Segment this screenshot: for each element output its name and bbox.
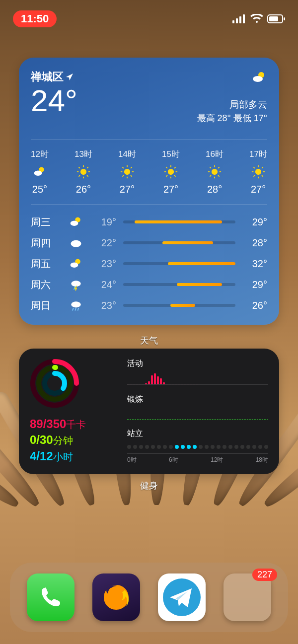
status-bar: 11:50 — [0, 8, 298, 30]
svg-rect-0 — [232, 20, 234, 23]
day-row: 周五 23° 32° — [31, 253, 267, 274]
svg-line-63 — [73, 308, 74, 310]
phone-handset-icon — [37, 584, 64, 611]
firefox-app-icon[interactable] — [92, 573, 140, 621]
hour-col: 13时 26° — [74, 148, 92, 195]
svg-line-45 — [218, 167, 220, 168]
svg-line-27 — [131, 167, 132, 168]
svg-line-52 — [253, 167, 255, 168]
svg-line-26 — [131, 175, 132, 177]
telegram-app-icon[interactable] — [158, 573, 206, 621]
svg-line-36 — [174, 167, 176, 168]
weather-daily: 周三 19° 29° 周四 22° 28° 周五 23° 32° 周六 24° … — [31, 204, 267, 316]
wifi-icon — [250, 14, 263, 24]
cloud-icon — [69, 236, 83, 250]
weather-location: 禅城区 — [31, 70, 77, 84]
svg-line-37 — [166, 175, 167, 177]
svg-point-62 — [71, 301, 80, 307]
svg-rect-2 — [239, 16, 241, 23]
svg-line-54 — [262, 167, 263, 168]
day-row: 周六 24° 29° — [31, 274, 267, 295]
cellular-icon — [232, 14, 246, 23]
svg-rect-5 — [284, 17, 285, 20]
weather-widget-label: 天气 — [0, 335, 298, 347]
telegram-logo-icon — [158, 573, 206, 621]
svg-point-10 — [34, 170, 42, 176]
svg-line-19 — [78, 175, 80, 177]
day-row: 周日 23° 26° — [31, 295, 267, 316]
app-folder[interactable]: 227 — [224, 573, 271, 621]
hour-col: 12时 25° — [31, 148, 49, 195]
partly-cloudy-icon — [251, 70, 267, 85]
battery-icon — [267, 14, 285, 23]
svg-rect-1 — [236, 18, 238, 23]
dock: 227 — [10, 563, 288, 632]
partly-cloudy-icon — [69, 215, 83, 229]
svg-point-8 — [253, 76, 263, 82]
weather-hi-lo: 最高 28° 最低 17° — [197, 112, 267, 124]
svg-line-53 — [262, 175, 263, 177]
activity-chart: 活动 — [127, 358, 268, 385]
day-row: 周四 22° 28° — [31, 232, 267, 253]
svg-line-44 — [218, 175, 220, 177]
sun-icon — [164, 165, 178, 179]
status-time-recording[interactable]: 11:50 — [13, 10, 57, 27]
svg-line-34 — [166, 167, 167, 168]
svg-line-28 — [122, 175, 124, 177]
sun-icon — [208, 165, 222, 179]
svg-line-64 — [75, 308, 76, 310]
storm-icon — [69, 278, 83, 291]
partly-cloudy-icon — [33, 165, 47, 179]
svg-point-47 — [255, 169, 261, 175]
weather-hourly: 12时 25° 13时 26° 14时 27° 15时 27° 16时 28° … — [31, 139, 267, 204]
svg-line-65 — [78, 308, 79, 310]
location-arrow-icon — [66, 73, 74, 81]
sun-icon — [76, 165, 90, 179]
svg-point-20 — [124, 169, 130, 175]
hour-col: 17时 27° — [249, 148, 267, 195]
svg-point-11 — [80, 169, 86, 175]
firefox-logo-icon — [99, 580, 134, 615]
stand-metric: 4/12小时 — [30, 448, 118, 464]
exercise-metric: 0/30分钟 — [30, 432, 118, 448]
weather-current-temp: 24° — [31, 85, 77, 116]
svg-line-16 — [78, 167, 80, 168]
svg-line-18 — [87, 167, 88, 168]
stand-chart: 站立 0时 6时 12时 18时 — [127, 429, 268, 464]
svg-line-46 — [210, 175, 211, 177]
svg-point-29 — [168, 169, 174, 175]
phone-app-icon[interactable] — [27, 573, 74, 621]
svg-line-35 — [174, 175, 176, 177]
svg-line-17 — [87, 175, 88, 177]
fitness-widget-label: 健身 — [0, 480, 298, 492]
svg-point-57 — [71, 220, 78, 226]
weather-widget[interactable]: 禅城区 24° 局部多云 最高 28° 最低 17° 12时 25° 13时 2… — [19, 58, 279, 325]
sun-icon — [251, 165, 265, 179]
svg-line-25 — [122, 167, 124, 168]
rain-icon — [69, 298, 83, 312]
svg-rect-3 — [243, 14, 245, 23]
hour-col: 15时 27° — [162, 148, 180, 195]
svg-line-55 — [253, 175, 255, 177]
sun-icon — [120, 165, 134, 179]
exercise-chart: 锻炼 — [127, 394, 268, 420]
svg-point-58 — [71, 240, 81, 247]
weather-condition: 局部多云 — [229, 98, 267, 111]
svg-point-38 — [212, 169, 218, 175]
hour-col: 16时 28° — [206, 148, 224, 195]
svg-point-60 — [71, 262, 78, 268]
day-row: 周三 19° 29° — [31, 212, 267, 232]
folder-badge: 227 — [252, 569, 277, 581]
svg-line-43 — [210, 167, 211, 168]
move-metric: 89/350千卡 — [30, 416, 118, 432]
partly-cloudy-icon — [69, 257, 83, 271]
svg-point-61 — [71, 281, 80, 286]
activity-rings-icon — [30, 358, 79, 408]
fitness-widget[interactable]: 89/350千卡 0/30分钟 4/12小时 活动 锻炼 站立 0时 6时 12… — [19, 349, 279, 474]
svg-rect-6 — [269, 16, 278, 21]
hour-col: 14时 27° — [118, 148, 136, 195]
